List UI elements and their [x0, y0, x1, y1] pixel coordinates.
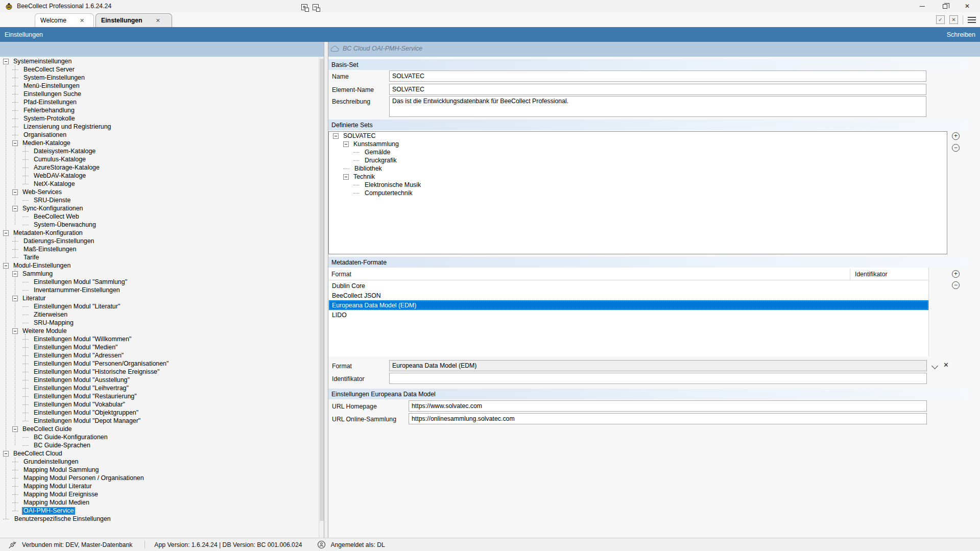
format-row[interactable]: Dublin Core	[329, 281, 928, 291]
tree-item[interactable]: AzureStorage-Kataloge	[0, 163, 317, 172]
collapse-expander-icon[interactable]	[12, 206, 18, 211]
tab-einstellungen[interactable]: Einstellungen ✕	[95, 13, 172, 27]
tree-item[interactable]: Einstellungen Modul "Depot Manager"	[0, 417, 317, 425]
tree-item[interactable]: SRU-Dienste	[0, 196, 317, 204]
tree-item[interactable]: Einstellungen Modul "Objektgruppen"	[0, 409, 317, 417]
set-tree-item[interactable]: Kunstsammlung	[329, 140, 942, 148]
tree-item[interactable]: Medien-Kataloge	[0, 139, 317, 147]
tree-item[interactable]: Zitierweisen	[0, 310, 317, 319]
tree-item[interactable]: Einstellungen Modul "Willkommen"	[0, 335, 317, 343]
clear-format-icon[interactable]: ✕	[943, 362, 949, 368]
tree-item[interactable]: System-Einstellungen	[0, 74, 317, 82]
tree-item[interactable]: Metadaten-Konfiguration	[0, 229, 317, 237]
restore-button[interactable]	[934, 0, 956, 12]
tree-item[interactable]: BeeCollect Server	[0, 65, 317, 74]
tree-item[interactable]: Sammlung	[0, 270, 317, 278]
tree-item[interactable]: Einstellungen Modul "Literatur"	[0, 302, 317, 310]
tree-item[interactable]: Einstellungen Modul "Personen/Organisati…	[0, 360, 317, 368]
collapse-expander-icon[interactable]	[3, 451, 9, 457]
tree-item[interactable]: Grundeinstellungen	[0, 458, 317, 466]
format-row[interactable]: BeeCollect JSON	[329, 291, 928, 300]
collapse-expander-icon[interactable]	[343, 174, 349, 180]
tree-item[interactable]: Menü-Einstellungen	[0, 82, 317, 90]
format-detail-field[interactable]	[389, 360, 927, 371]
format-row[interactable]: LIDO	[329, 310, 928, 320]
name-field[interactable]	[389, 70, 926, 82]
tree-item[interactable]: Organisationen	[0, 131, 317, 139]
tree-item[interactable]: Web-Services	[0, 188, 317, 196]
url-homepage-field[interactable]	[409, 400, 927, 412]
tree-item[interactable]: Weitere Module	[0, 327, 317, 335]
tree-item[interactable]: BeeCollect Cloud	[0, 449, 317, 458]
collapse-expander-icon[interactable]	[3, 230, 9, 236]
menu-icon[interactable]	[968, 17, 976, 23]
identifikator-field[interactable]	[389, 373, 927, 384]
tree-item[interactable]: Einstellungen Modul "Sammlung"	[0, 278, 317, 286]
panel-splitter[interactable]	[324, 42, 328, 538]
tree-item[interactable]: Einstellungen Modul "Historische Ereigni…	[0, 368, 317, 376]
tree-scrollbar[interactable]	[319, 57, 324, 538]
close-button[interactable]: ✕	[956, 0, 978, 12]
set-tree-item[interactable]: Druckgrafik	[329, 156, 942, 164]
tree-item[interactable]: Sync-Konfigurationen	[0, 204, 317, 212]
tree-item[interactable]: Mapping Modul Medien	[0, 498, 317, 507]
collapse-all-icon[interactable]	[313, 4, 319, 10]
minimize-button[interactable]	[911, 0, 934, 12]
tree-item[interactable]: Einstellungen Modul "Ausstellung"	[0, 376, 317, 384]
tree-item[interactable]: BC Guide-Sprachen	[0, 441, 317, 449]
tree-item[interactable]: Fehlerbehandlung	[0, 106, 317, 114]
tree-item[interactable]: Inventarnummer-Einstellungen	[0, 286, 317, 294]
collapse-expander-icon[interactable]	[3, 263, 9, 269]
collapse-expander-icon[interactable]	[3, 59, 9, 64]
collapse-expander-icon[interactable]	[12, 140, 18, 146]
format-row[interactable]: Europeana Data Model (EDM)	[329, 300, 928, 310]
tree-item[interactable]: Modul-Einstellungen	[0, 261, 317, 270]
tab-welcome[interactable]: Welcome ✕	[35, 13, 94, 27]
tree-item[interactable]: BeeCollect Guide	[0, 425, 317, 433]
tree-item[interactable]: Systemeinstellungen	[0, 57, 317, 65]
tree-item[interactable]: OAI-PMH-Service	[0, 507, 317, 515]
remove-format-button[interactable]: −	[952, 281, 960, 289]
collapse-expander-icon[interactable]	[333, 133, 339, 139]
tree-item[interactable]: Einstellungen Suche	[0, 90, 317, 98]
tree-item[interactable]: WebDAV-Kataloge	[0, 172, 317, 180]
set-tree-item[interactable]: SOLVATEC	[329, 132, 942, 140]
collapse-expander-icon[interactable]	[12, 426, 18, 432]
formats-col-identifikator[interactable]: Identifikator	[855, 271, 888, 278]
tree-item[interactable]: System-Protokolle	[0, 114, 317, 123]
set-tree-item[interactable]: Technik	[329, 173, 942, 181]
add-format-button[interactable]: +	[952, 270, 960, 278]
collapse-expander-icon[interactable]	[12, 296, 18, 301]
collapse-expander-icon[interactable]	[12, 328, 18, 334]
tree-item[interactable]: Einstellungen Modul "Restaurierung"	[0, 392, 317, 400]
tree-item[interactable]: SRU-Mapping	[0, 319, 317, 327]
add-set-button[interactable]: +	[952, 132, 960, 140]
tab-welcome-close-icon[interactable]: ✕	[80, 17, 84, 24]
set-tree-item[interactable]: Computertechnik	[329, 189, 942, 197]
tree-item[interactable]: Einstellungen Modul "Adressen"	[0, 351, 317, 360]
tree-item[interactable]: System-Überwachung	[0, 221, 317, 229]
tree-item[interactable]: Einstellungen Modul "Vokabular"	[0, 400, 317, 409]
tree-item[interactable]: Mapping Modul Ereignisse	[0, 490, 317, 498]
tree-item[interactable]: Pfad-Einstellungen	[0, 98, 317, 106]
tree-item[interactable]: Cumulus-Kataloge	[0, 155, 317, 163]
tree-item[interactable]: BC Guide-Konfigurationen	[0, 433, 317, 441]
tree-scrollbar-thumb[interactable]	[320, 59, 324, 521]
tree-item[interactable]: Einstellungen Modul "Medien"	[0, 343, 317, 351]
set-tree-item[interactable]: Gemälde	[329, 148, 942, 156]
cancel-x-button[interactable]: ✕	[949, 15, 958, 24]
tree-item[interactable]: BeeCollect Web	[0, 212, 317, 221]
tree-item[interactable]: NetX-Kataloge	[0, 180, 317, 188]
tree-item[interactable]: Literatur	[0, 294, 317, 302]
tree-item[interactable]: Tarife	[0, 253, 317, 261]
tree-item[interactable]: Maß-Einstellungen	[0, 245, 317, 253]
formats-col-format[interactable]: Format	[331, 271, 351, 278]
collapse-expander-icon[interactable]	[12, 271, 18, 277]
remove-set-button[interactable]: −	[952, 144, 960, 152]
apply-check-button[interactable]: ✓	[936, 15, 945, 24]
element-name-field[interactable]	[389, 84, 926, 95]
tree-item[interactable]: Mapping Modul Literatur	[0, 482, 317, 490]
beschreibung-field[interactable]: Das ist die Entwicklungsdatenbank für Be…	[389, 96, 926, 117]
tree-item[interactable]: Dateisystem-Kataloge	[0, 147, 317, 155]
tree-item[interactable]: Mapping Modul Personen / Organisationen	[0, 474, 317, 482]
